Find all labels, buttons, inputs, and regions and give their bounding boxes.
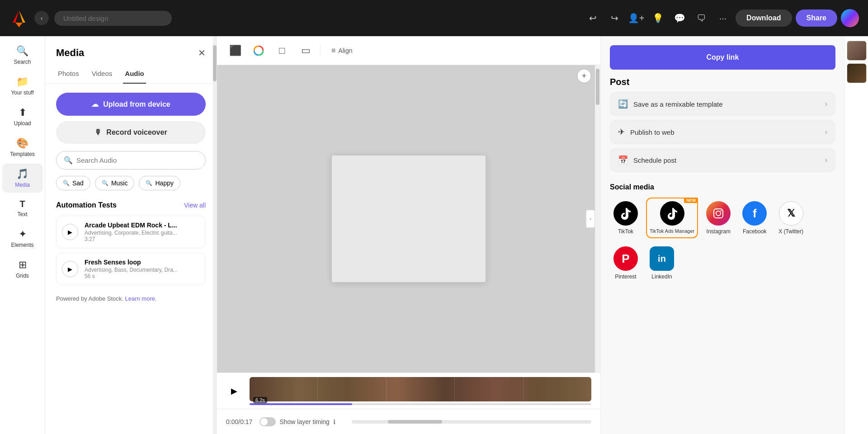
social-item-tiktok-ads[interactable]: NEW TikTok Ads Manager	[646, 198, 698, 238]
sidebar-item-media[interactable]: 🎵 Media	[2, 164, 43, 193]
learn-more-link[interactable]: Learn more.	[125, 295, 157, 302]
audio-tags-0: Advertising, Corporate, Electric guita..…	[85, 230, 177, 236]
save-remixable-option[interactable]: 🔄 Save as a remixable template ›	[610, 92, 835, 116]
rounded-rect-tool-button[interactable]: ▭	[297, 42, 315, 60]
collapse-panel-button[interactable]: ‹	[586, 210, 595, 228]
comment-button[interactable]: 💬	[670, 9, 689, 27]
media-panel-close-button[interactable]: ✕	[198, 47, 206, 58]
timeline-thumbnail-strip[interactable]: 6.2s	[250, 377, 591, 401]
document-title-input[interactable]	[54, 11, 172, 26]
rectangle-tool-button[interactable]: □	[273, 42, 291, 60]
undo-button[interactable]: ↩	[584, 9, 602, 27]
social-item-linkedin[interactable]: in LinkedIn	[646, 243, 678, 283]
play-button-0[interactable]: ▶	[62, 224, 78, 240]
filter-chip-sad[interactable]: 🔍 Sad	[56, 176, 90, 190]
audio-meta-1: Advertising, Bass, Documentary, Dra... 5…	[85, 267, 200, 279]
upload-from-device-button[interactable]: ☁ Upload from device	[56, 93, 206, 116]
add-user-button[interactable]: 👤+	[627, 9, 645, 27]
canvas-scroll-thumb[interactable]	[596, 69, 599, 105]
pinterest-icon: P	[613, 246, 638, 271]
search-audio-input[interactable]	[76, 156, 198, 164]
social-media-section: Social media TikTok NEW TikTok Ads Manag…	[610, 183, 835, 291]
more-button[interactable]: ···	[714, 9, 732, 27]
download-button[interactable]: Download	[736, 9, 792, 27]
tab-audio[interactable]: Audio	[123, 66, 146, 84]
record-voiceover-button[interactable]: 🎙 Record voiceover	[56, 121, 206, 144]
add-slide-button[interactable]: +	[577, 69, 591, 83]
view-all-link[interactable]: View all	[184, 202, 206, 209]
instagram-label: Instagram	[707, 228, 731, 235]
color-wheel-button[interactable]	[250, 42, 268, 60]
media-panel-title: Media	[56, 47, 84, 59]
thumbnail-item-1[interactable]	[847, 63, 867, 83]
audio-duration-1: 56 s	[85, 273, 95, 279]
social-item-twitter[interactable]: 𝕏 X (Twitter)	[775, 198, 807, 238]
sidebar-item-upload[interactable]: ⬆ Upload	[2, 102, 43, 131]
lightbulb-button[interactable]: 💡	[649, 9, 667, 27]
thumbnail-img-0	[847, 41, 866, 60]
schedule-post-option[interactable]: 📅 Schedule post ›	[610, 148, 835, 172]
audio-item-1[interactable]: ▶ Fresh Senses loop Advertising, Bass, D…	[56, 253, 206, 285]
avatar[interactable]	[841, 9, 859, 27]
chat-button[interactable]: 🗨	[692, 9, 710, 27]
search-audio-icon: 🔍	[64, 156, 73, 165]
filter-chip-music[interactable]: 🔍 Music	[95, 176, 135, 190]
audio-item-0[interactable]: ▶ Arcade Upbeat EDM Rock - L... Advertis…	[56, 216, 206, 248]
back-button[interactable]: ‹	[34, 11, 49, 25]
chevron-right-icon-1: ›	[825, 128, 827, 136]
topbar-actions: ↩ ↪ 👤+ 💡 💬 🗨 ··· Download Share	[584, 9, 859, 27]
remix-icon: 🔄	[618, 99, 628, 109]
timeline-progress-bar[interactable]	[250, 403, 591, 405]
tab-videos[interactable]: Videos	[90, 66, 114, 84]
sidebar-item-text-label: Text	[17, 211, 27, 217]
social-item-instagram[interactable]: Instagram	[703, 198, 734, 238]
frame-tool-button[interactable]: ⬛	[226, 42, 244, 60]
sidebar-item-your-stuff[interactable]: 📁 Your stuff	[2, 71, 43, 100]
timeline-segment-3	[455, 377, 523, 401]
sidebar-item-grids[interactable]: ⊞ Grids	[2, 255, 43, 283]
text-icon: T	[19, 199, 25, 209]
thumbnail-item-0[interactable]	[847, 41, 867, 61]
social-item-tiktok[interactable]: TikTok	[610, 198, 642, 238]
timestamp-label: 0:00/0:17	[226, 418, 252, 425]
sidebar-item-templates[interactable]: 🎨 Templates	[2, 133, 43, 162]
canvas-viewport: + ‹	[217, 65, 600, 373]
show-layer-timing-toggle[interactable]	[259, 417, 276, 426]
filter-chip-happy[interactable]: 🔍 Happy	[139, 176, 180, 190]
copy-link-button[interactable]: Copy link	[610, 45, 835, 70]
media-panel-scrollbar[interactable]	[213, 36, 217, 434]
filter-chips: 🔍 Sad 🔍 Music 🔍 Happy	[56, 176, 206, 190]
timeline-segment-4	[524, 377, 591, 401]
timeline-play-button[interactable]: ▶	[226, 383, 242, 399]
tiktok-ads-icon	[660, 201, 684, 226]
redo-button[interactable]: ↪	[605, 9, 623, 27]
thumbnail-img-1	[847, 64, 866, 83]
publish-to-web-option[interactable]: ✈ Publish to web ›	[610, 120, 835, 144]
sidebar-item-text[interactable]: T Text	[2, 194, 43, 222]
timeline-horizontal-scroll[interactable]	[352, 420, 591, 424]
sidebar-item-search[interactable]: 🔍 Search	[2, 41, 43, 70]
adobe-stock-note: Powered by Adobe Stock. Learn more.	[56, 290, 206, 302]
timeline-horizontal-scroll-thumb[interactable]	[388, 420, 442, 424]
schedule-post-option-left: 📅 Schedule post	[618, 155, 676, 165]
linkedin-icon: in	[650, 246, 674, 271]
pinterest-label: Pinterest	[615, 274, 636, 280]
linkedin-label: LinkedIn	[651, 274, 672, 280]
share-button[interactable]: Share	[796, 9, 837, 27]
search-audio-container: 🔍	[56, 151, 206, 170]
social-item-pinterest[interactable]: P Pinterest	[610, 243, 642, 283]
thumbnail-strip	[844, 36, 868, 434]
tab-photos[interactable]: Photos	[56, 66, 81, 84]
automation-tests-section-header: Automation Tests View all	[56, 201, 206, 209]
social-item-facebook[interactable]: f Facebook	[739, 198, 770, 238]
sidebar-item-elements[interactable]: ✦ Elements	[2, 224, 43, 253]
timeline-area: ▶ 6.2s	[217, 373, 600, 409]
media-panel-scroll-thumb[interactable]	[213, 45, 217, 81]
grids-icon: ⊞	[19, 259, 27, 271]
align-button[interactable]: ≡ Align	[326, 44, 358, 57]
twitter-icon: 𝕏	[779, 201, 803, 226]
canvas-right-scrollbar[interactable]	[595, 65, 600, 373]
filter-chip-music-label: Music	[111, 179, 128, 187]
info-icon: ℹ	[333, 418, 335, 425]
play-button-1[interactable]: ▶	[62, 261, 78, 277]
